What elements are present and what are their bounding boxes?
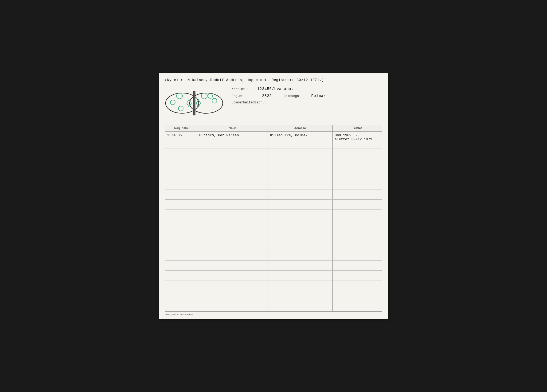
svg-point-7 xyxy=(201,93,207,99)
svg-marker-6 xyxy=(187,100,192,107)
table-row xyxy=(165,179,382,189)
kart-label: Kart.nr.: xyxy=(232,87,256,91)
table-row xyxy=(165,200,382,210)
svg-point-5 xyxy=(178,106,183,111)
footer-text: IRIKK, HELFORS, FAUSE xyxy=(165,313,382,316)
sommer-label: Sommerbeitedistr.: xyxy=(232,101,266,104)
cell-dato-0: 25/4.36. xyxy=(165,132,197,149)
table-row xyxy=(165,250,382,261)
table-body: 25/4.36. Guttorm, Per Persen Hillagurra,… xyxy=(165,132,382,311)
table-row xyxy=(165,301,382,311)
table-row: 25/4.36. Guttorm, Per Persen Hillagurra,… xyxy=(165,132,382,149)
svg-point-3 xyxy=(177,93,182,99)
svg-point-9 xyxy=(212,98,217,103)
col-header-slettet: Slettet xyxy=(333,125,382,131)
cell-slettet-0: Død 1969. –slettet 30/12.1971. xyxy=(333,132,382,149)
kart-row: Kart.nr.: 123456/bva-aua. xyxy=(232,87,382,91)
col-header-adresse: Adresse xyxy=(268,125,333,131)
table-row xyxy=(165,220,382,230)
kart-value: 123456/bva-aua. xyxy=(257,87,294,91)
table-header: Reg. dato Navn Adresse Slettet xyxy=(165,125,382,132)
reg-row: Reg.nr.: 2822 Reinsogn: Polmak. xyxy=(232,94,382,98)
sommer-row: Sommerbeitedistr.: xyxy=(232,101,382,104)
reinsogn-value: Polmak. xyxy=(311,94,328,98)
table-row xyxy=(165,291,382,301)
earmark-drawing xyxy=(165,86,224,121)
table-row xyxy=(165,261,382,271)
reinsogn-label: Reinsogn: xyxy=(283,94,305,98)
cell-adresse-0: Hillagurra, Polmak. xyxy=(268,132,333,149)
col-header-dato: Reg. dato xyxy=(165,125,197,131)
top-section: Kart.nr.: 123456/bva-aua. Reg.nr.: 2822 … xyxy=(165,86,382,121)
svg-point-8 xyxy=(208,94,213,98)
table-row xyxy=(165,159,382,169)
registry-table: Reg. dato Navn Adresse Slettet 25/4.36. … xyxy=(165,125,382,312)
svg-point-4 xyxy=(170,100,175,105)
svg-rect-2 xyxy=(193,91,195,115)
table-row xyxy=(165,271,382,281)
table-row xyxy=(165,149,382,159)
table-row xyxy=(165,210,382,220)
header-note: (Ny eier: Mikalsen, Rudolf Andreas, Hops… xyxy=(165,78,382,82)
reg-label: Reg.nr.: xyxy=(232,94,256,98)
table-row xyxy=(165,189,382,200)
table-row xyxy=(165,230,382,240)
table-row xyxy=(165,169,382,179)
info-fields: Kart.nr.: 123456/bva-aua. Reg.nr.: 2822 … xyxy=(232,86,382,104)
reg-value: 2822 xyxy=(262,94,272,98)
col-header-navn: Navn xyxy=(197,125,268,131)
table-row xyxy=(165,240,382,250)
table-row xyxy=(165,281,382,291)
registration-card: (Ny eier: Mikalsen, Rudolf Andreas, Hops… xyxy=(159,73,388,319)
cell-navn-0: Guttorm, Per Persen xyxy=(197,132,268,149)
